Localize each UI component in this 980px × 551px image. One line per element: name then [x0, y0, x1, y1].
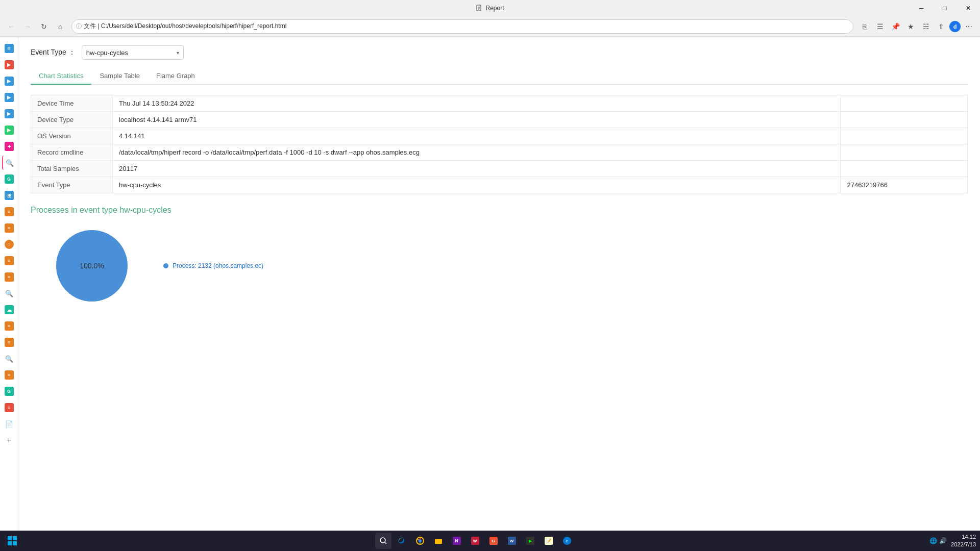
legend-item-0[interactable]: Process: 2132 (ohos.samples.ec) [163, 262, 263, 269]
taskbar-item-files[interactable] [430, 533, 447, 549]
taskbar-item-terminal[interactable]: ▶ [522, 533, 538, 549]
home-button[interactable]: ⌂ [53, 19, 67, 34]
taskbar-item-word[interactable]: W [504, 533, 520, 549]
file-icon: 📄 [5, 420, 13, 428]
taskbar: N W G W ▶ 📝 e 🌐 🔊 14:12 2022/7/13 [0, 531, 980, 551]
sidebar-item-23[interactable]: ≡ [2, 400, 16, 415]
read-view-button[interactable]: ☰ [873, 19, 887, 34]
favorites-button[interactable]: ★ [903, 19, 918, 34]
table-row: Device Type localhost 4.14.141 armv71 [31, 112, 968, 128]
sidebar-item-3[interactable]: ▶ [2, 74, 16, 88]
svg-rect-5 [8, 536, 12, 540]
taskbar-item-search[interactable] [375, 533, 391, 549]
minimize-button[interactable]: ─ [910, 0, 933, 16]
process-section-title: Processes in event type hw-cpu-cycles [31, 206, 968, 215]
browser-title-text: Report [485, 5, 504, 12]
share-button[interactable]: ⇧ [934, 19, 948, 34]
info-key-device-time: Device Time [31, 95, 113, 112]
main-layout: ≡ ▶ ▶ ▶ ▶ ▶ ✦ 🔍 G ⊞ ≡ ≡ [0, 37, 980, 551]
pin-button[interactable]: 📌 [888, 19, 902, 34]
info-value-device-type: localhost 4.14.141 armv71 [113, 112, 841, 128]
sidebar-item-2[interactable]: ▶ [2, 58, 16, 72]
info-key-device-type: Device Type [31, 112, 113, 128]
read-aloud-button[interactable]: ⎘ [857, 19, 872, 34]
svg-point-9 [380, 538, 385, 543]
sidebar-item-17[interactable]: ☁ [2, 303, 16, 317]
sidebar-icon-12: ≡ [5, 223, 14, 233]
forward-button[interactable]: → [20, 19, 35, 34]
tabs-container: Chart Statistics Sample Table Flame Grap… [31, 68, 968, 85]
taskbar-item-browser2[interactable]: e [559, 533, 575, 549]
sidebar-item-4[interactable]: ▶ [2, 90, 16, 105]
svg-point-12 [419, 539, 422, 542]
sidebar-item-6[interactable]: ▶ [2, 123, 16, 137]
sidebar-item-18[interactable]: ≡ [2, 319, 16, 333]
settings-button[interactable]: ⋯ [962, 19, 976, 34]
clock-date: 2022/7/13 [951, 541, 976, 548]
reload-button[interactable]: ↻ [37, 19, 51, 34]
taskbar-item-git[interactable]: G [485, 533, 502, 549]
taskbar-system-icons: 🌐 🔊 [929, 537, 947, 544]
table-row: Record cmdline /data/local/tmp/hiperf re… [31, 144, 968, 161]
taskbar-item-edge[interactable] [394, 533, 410, 549]
svg-rect-7 [8, 541, 12, 545]
address-bar[interactable]: ⓘ 文件 | C:/Users/dell/Desktop/out/host/de… [71, 19, 853, 34]
taskbar-item-wps[interactable]: W [467, 533, 483, 549]
sidebar-item-10[interactable]: ⊞ [2, 188, 16, 203]
close-button[interactable]: ✕ [957, 0, 980, 16]
browser-title: Report [476, 5, 504, 12]
sidebar-item-search[interactable]: 🔍 [2, 156, 16, 170]
sidebar-item-13[interactable]: ○ [2, 237, 16, 252]
tab-flame-graph[interactable]: Flame Graph [148, 68, 203, 85]
sidebar-item-22[interactable]: G [2, 384, 16, 398]
info-extra-device-type [841, 112, 968, 128]
sidebar-item-15[interactable]: ≡ [2, 270, 16, 284]
sidebar-item-14[interactable]: ≡ [2, 254, 16, 268]
sidebar-icon-14: ≡ [5, 256, 14, 265]
sidebar-item-9[interactable]: G [2, 172, 16, 186]
maximize-button[interactable]: □ [933, 0, 957, 16]
pie-legend: Process: 2132 (ohos.samples.ec) [163, 262, 263, 269]
sidebar-item-16[interactable]: 🔍 [2, 286, 16, 300]
start-button[interactable] [4, 533, 20, 549]
sidebar-item-11[interactable]: ≡ [2, 205, 16, 219]
address-text: 文件 | C:/Users/dell/Desktop/out/host/deve… [84, 22, 849, 31]
add-icon: + [7, 436, 11, 445]
sidebar-item-5[interactable]: ▶ [2, 107, 16, 121]
network-icon: 🌐 [929, 537, 937, 544]
taskbar-search-icon [379, 537, 387, 545]
url-path: C:/Users/dell/Desktop/out/host/develepto… [101, 22, 287, 30]
taskbar-item-notepad[interactable]: 📝 [541, 533, 557, 549]
sidebar-icon-21: ≡ [5, 370, 14, 380]
info-key-total-samples: Total Samples [31, 161, 113, 177]
sidebar: ≡ ▶ ▶ ▶ ▶ ▶ ✦ 🔍 G ⊞ ≡ ≡ [0, 37, 18, 551]
collections-button[interactable]: ☵ [919, 19, 933, 34]
sidebar-icon-13: ○ [5, 240, 14, 249]
event-type-row: Event Type ： hw-cpu-cycles ▾ [31, 45, 968, 60]
sidebar-icon-18: ≡ [5, 321, 14, 331]
sidebar-item-20[interactable]: 🔍 [2, 352, 16, 366]
tab-sample-table[interactable]: Sample Table [91, 68, 148, 85]
sidebar-icon-17: ☁ [5, 305, 14, 314]
back-button[interactable]: ← [4, 19, 18, 34]
info-key-event-type: Event Type [31, 177, 113, 193]
sidebar-item-19[interactable]: ≡ [2, 335, 16, 349]
table-row: OS Version 4.14.141 [31, 128, 968, 144]
sidebar-item-add[interactable]: + [2, 433, 16, 447]
event-type-label: Event Type ： [31, 48, 76, 57]
taskbar-item-chrome[interactable] [412, 533, 428, 549]
taskbar-item-onenote[interactable]: N [449, 533, 465, 549]
browser-titlebar: Report ─ □ ✕ [0, 0, 980, 16]
event-type-select[interactable]: hw-cpu-cycles ▾ [82, 45, 184, 60]
info-value-os-version: 4.14.141 [113, 128, 841, 144]
sidebar-item-12[interactable]: ≡ [2, 221, 16, 235]
sidebar-item-21[interactable]: ≡ [2, 368, 16, 382]
sidebar-item-24[interactable]: 📄 [2, 417, 16, 431]
tab-chart-statistics[interactable]: Chart Statistics [31, 68, 91, 85]
profile-avatar[interactable]: d [949, 21, 961, 32]
sidebar-item-1[interactable]: ≡ [2, 41, 16, 56]
word-logo-icon: W [508, 537, 516, 545]
info-table: Device Time Thu Jul 14 13:50:24 2022 Dev… [31, 95, 968, 193]
info-value-record-cmdline: /data/local/tmp/hiperf record -o /data/l… [113, 144, 841, 161]
sidebar-item-7[interactable]: ✦ [2, 139, 16, 154]
